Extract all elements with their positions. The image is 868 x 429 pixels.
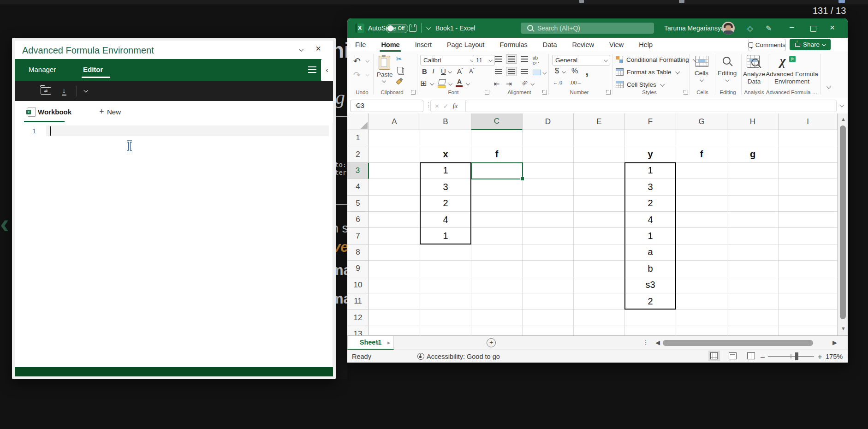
- bold-button[interactable]: B: [422, 67, 427, 75]
- grid-cell-D11[interactable]: [523, 293, 574, 310]
- grid-cell-E5[interactable]: [574, 196, 625, 212]
- grid-cell-G10[interactable]: [676, 277, 727, 293]
- grid-cell-E9[interactable]: [574, 261, 625, 277]
- grid-cell-G8[interactable]: [676, 244, 727, 261]
- ribbon-tab-formulas[interactable]: Formulas: [498, 41, 529, 48]
- grid-cell-H7[interactable]: [727, 228, 779, 244]
- row-header-3[interactable]: 3: [347, 163, 369, 179]
- grid-cell-A2[interactable]: [369, 146, 420, 162]
- grid-cell-B2[interactable]: x: [420, 146, 471, 162]
- grid-cell-E12[interactable]: [574, 310, 625, 326]
- styles-dialog-launcher-icon[interactable]: [684, 90, 688, 95]
- row-header-4[interactable]: 4: [347, 179, 369, 195]
- grid-cell-B8[interactable]: [420, 244, 471, 261]
- ribbon-collapse-chevron-icon[interactable]: [826, 84, 831, 89]
- grid-cell-I7[interactable]: [779, 228, 838, 244]
- grid-cell-I13[interactable]: [779, 326, 838, 335]
- grid-cell-E11[interactable]: [574, 293, 625, 310]
- avatar[interactable]: [722, 22, 735, 35]
- row-header-2[interactable]: 2: [347, 146, 369, 162]
- paste-icon[interactable]: [379, 56, 390, 70]
- grid-cell-G13[interactable]: [676, 326, 727, 335]
- grid-cell-D5[interactable]: [523, 196, 574, 212]
- afe-import-icon[interactable]: ↓: [62, 86, 66, 95]
- fill-color-icon[interactable]: [438, 79, 446, 84]
- ribbon-tab-file[interactable]: File: [354, 41, 367, 48]
- merge-center-button[interactable]: [533, 70, 541, 75]
- grid-cell-F12[interactable]: [625, 310, 676, 326]
- align-left-button[interactable]: [495, 69, 502, 74]
- grid-cell-G4[interactable]: [676, 179, 727, 195]
- grid-cell-G6[interactable]: [676, 212, 727, 228]
- grid-cell-B11[interactable]: [420, 293, 471, 310]
- grid-cell-D13[interactable]: [523, 326, 574, 335]
- conditional-formatting-button[interactable]: Conditional Formatting: [616, 56, 696, 63]
- percent-style-button[interactable]: %: [571, 67, 578, 75]
- grid-cell-I11[interactable]: [779, 293, 838, 310]
- new-sheet-icon[interactable]: +: [487, 338, 496, 347]
- ribbon-tab-view[interactable]: View: [608, 41, 625, 48]
- align-top-button[interactable]: [495, 56, 502, 62]
- column-header-D[interactable]: D: [523, 113, 574, 130]
- font-name-select[interactable]: Calibri: [420, 55, 476, 66]
- italic-button[interactable]: I: [432, 67, 434, 75]
- page-layout-view-button[interactable]: [729, 352, 737, 359]
- grid-cell-E3[interactable]: [574, 163, 625, 179]
- autosave-toggle[interactable]: Off: [386, 24, 408, 33]
- ribbon-tab-help[interactable]: Help: [637, 41, 654, 48]
- font-color-chevron-icon[interactable]: [466, 82, 470, 85]
- page-break-view-button[interactable]: [747, 352, 755, 359]
- grid-cell-B6[interactable]: 4: [420, 212, 471, 228]
- grid-cell-D8[interactable]: [523, 244, 574, 261]
- grid-cell-D1[interactable]: [523, 130, 574, 146]
- wrap-text-button[interactable]: abc↩: [533, 55, 539, 66]
- sheet-nav-left-icon[interactable]: ◂: [375, 339, 379, 346]
- orientation-button[interactable]: ab: [521, 79, 529, 87]
- grid-cell-D9[interactable]: [523, 261, 574, 277]
- grid-cell-H2[interactable]: g: [727, 146, 779, 162]
- sheet-tab-sheet1[interactable]: Sheet1: [347, 336, 394, 350]
- grid-cell-F11[interactable]: 2: [625, 293, 676, 310]
- comma-style-button[interactable]: ,: [585, 64, 589, 78]
- grid-cell-A12[interactable]: [369, 310, 420, 326]
- grid-cell-D10[interactable]: [523, 277, 574, 293]
- undo-button[interactable]: ↶: [353, 56, 361, 66]
- grid-cell-B10[interactable]: [420, 277, 471, 293]
- horizontal-scroll-thumb[interactable]: [663, 340, 813, 346]
- column-header-C[interactable]: C: [471, 113, 523, 130]
- accessibility-status[interactable]: Accessibility: Good to go: [427, 353, 500, 360]
- grid-cell-F5[interactable]: 2: [625, 196, 676, 212]
- ribbon-tab-home[interactable]: Home: [380, 41, 401, 48]
- paste-chevron-icon[interactable]: [382, 79, 386, 83]
- grid-cell-A13[interactable]: [369, 326, 420, 335]
- zoom-level[interactable]: 175%: [826, 353, 843, 360]
- grid-cell-E2[interactable]: [574, 146, 625, 162]
- align-bottom-button[interactable]: [521, 56, 528, 62]
- zoom-out-button[interactable]: –: [761, 353, 765, 361]
- analyze-data-button[interactable]: Analyze Data: [741, 71, 767, 85]
- grid-cell-C5[interactable]: [471, 196, 523, 212]
- clipboard-dialog-launcher-icon[interactable]: [411, 90, 416, 95]
- number-dialog-launcher-icon[interactable]: [606, 90, 611, 95]
- grid-cell-A8[interactable]: [369, 244, 420, 261]
- grid-cell-H8[interactable]: [727, 244, 779, 261]
- afe-ribbon-icon[interactable]: χ: [780, 54, 786, 68]
- row-header-7[interactable]: 7: [347, 228, 369, 244]
- grid-cell-H13[interactable]: [727, 326, 779, 335]
- align-center-button[interactable]: [508, 69, 515, 74]
- align-middle-button[interactable]: [508, 56, 515, 62]
- row-header-13[interactable]: 13: [347, 326, 369, 335]
- zoom-slider-thumb[interactable]: [795, 352, 798, 360]
- increase-decimal-button[interactable]: ←.0: [553, 80, 562, 85]
- grid-cell-H9[interactable]: [727, 261, 779, 277]
- sheet-nav-right-icon[interactable]: ▸: [387, 339, 391, 346]
- grid-cell-F7[interactable]: 1: [625, 228, 676, 244]
- scroll-up-icon[interactable]: ▲: [841, 116, 846, 122]
- maximize-button[interactable]: [810, 26, 816, 32]
- grid-cell-D2[interactable]: [523, 146, 574, 162]
- search-input[interactable]: Search (Alt+Q): [521, 23, 654, 34]
- afe-menu-icon[interactable]: [308, 66, 316, 67]
- vertical-scroll-thumb[interactable]: [840, 125, 846, 319]
- grid-cell-G3[interactable]: [676, 163, 727, 179]
- merge-chevron-icon[interactable]: [542, 71, 546, 74]
